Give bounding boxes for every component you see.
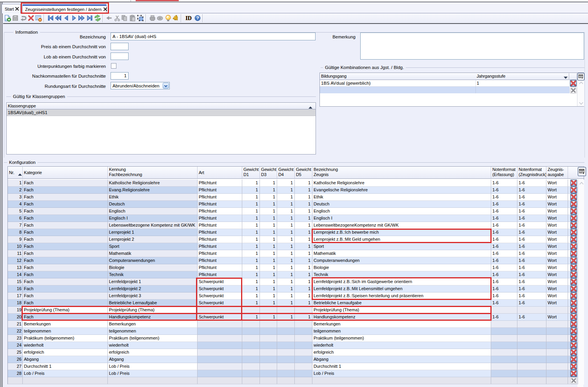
konfiguration-delete-row-button[interactable] xyxy=(570,243,577,250)
konfiguration-sort-icon[interactable] xyxy=(18,172,22,175)
konfiguration-col-10[interactable]: Notenformat(Zeugnisdruck) xyxy=(517,167,546,178)
konfiguration-delete-row-button[interactable] xyxy=(570,229,577,236)
notify-bell-button[interactable] xyxy=(172,15,179,22)
konfiguration-delete-row-button[interactable] xyxy=(570,285,577,292)
konfiguration-delete-row-button[interactable] xyxy=(570,257,577,264)
konfiguration-delete-row-button[interactable] xyxy=(570,271,577,278)
table-row-selected[interactable]: 1BSAV(dual)_oHS1 xyxy=(7,109,316,116)
table-row[interactable]: 3FachEthikPflichtunt1111Ethik1-61-6Wort xyxy=(8,194,578,201)
konfiguration-delete-row-button[interactable] xyxy=(570,321,577,327)
konfiguration-delete-row-button[interactable] xyxy=(570,215,577,222)
table-row[interactable]: 1FachKatholische ReligionslehrePflichtun… xyxy=(8,180,578,187)
table-row[interactable]: 18FachBetriebliche LernaufgabeSchwerpunk… xyxy=(8,300,578,307)
konfiguration-col-8[interactable]: BezeichnungZeugnis xyxy=(312,167,491,178)
table-row[interactable]: 4FachDeutschPflichtunt1111Deutsch1-61-6W… xyxy=(8,201,578,208)
select-region-button[interactable] xyxy=(137,15,144,22)
konfiguration-col-5[interactable]: GewichtD3 xyxy=(260,167,277,178)
table-row[interactable]: 28Lob / PreisLob / PreisLob / Preis xyxy=(8,370,578,377)
back-arrow-button[interactable] xyxy=(105,15,113,22)
tab-active-close-icon[interactable] xyxy=(103,7,107,11)
table-row[interactable]: 17FachLernfeldprojekt 3Schwerpunkt1111Le… xyxy=(8,293,578,300)
bemerkung-textarea[interactable] xyxy=(360,33,584,60)
konfiguration-col-11[interactable]: Zeugnis-ausgabe xyxy=(546,167,568,178)
form-remove-button[interactable] xyxy=(35,15,42,22)
table-row[interactable]: 15FachLernfeldprojekt 1Schwerpunkt1111Le… xyxy=(8,278,578,285)
konfiguration-delete-row-button[interactable] xyxy=(570,314,577,320)
konfiguration-delete-row-button[interactable] xyxy=(570,187,577,193)
konfiguration-delete-row-button[interactable] xyxy=(570,201,577,207)
konfiguration-delete-row-button[interactable] xyxy=(570,293,577,299)
konfiguration-delete-row-button[interactable] xyxy=(570,222,577,229)
refresh-button[interactable] xyxy=(94,15,101,22)
cut-button[interactable] xyxy=(114,15,121,22)
delete-record-button[interactable] xyxy=(27,15,34,22)
konfiguration-scrollbar[interactable] xyxy=(578,180,584,385)
table-row[interactable]: 10FachSportPflichtunt1111Sport1-61-6Wort xyxy=(8,243,578,250)
kombinationen-delete-row-button[interactable] xyxy=(570,80,577,87)
table-row[interactable]: 21BemerkungenBemerkungenBemerkungen xyxy=(8,321,578,328)
table-row[interactable]: 13FachBiologiePflichtunt1111Biologie1-61… xyxy=(8,264,578,271)
table-row[interactable]: 24wiederholtwiederholtwiederholt xyxy=(8,342,578,349)
rundungsart-select[interactable]: Abrunden/Abschneiden xyxy=(111,82,170,89)
table-row[interactable]: 26AbgangAbgangAbgang xyxy=(8,356,578,363)
konfiguration-delete-row-button[interactable] xyxy=(570,250,577,257)
konfiguration-col-1[interactable]: Kategorie xyxy=(23,167,108,178)
konfiguration-delete-row-button[interactable] xyxy=(570,342,577,349)
kombinationen-scrollbar[interactable] xyxy=(577,80,584,106)
konfiguration-col-4[interactable]: GewichtD1 xyxy=(242,167,260,178)
table-row[interactable]: 23Praktikum (teilgenommen)Praktikum (tei… xyxy=(8,335,578,342)
help-button[interactable]: ? xyxy=(194,15,201,22)
konfiguration-col-3[interactable]: Art xyxy=(198,167,242,178)
table-row[interactable]: 11FachMathematikPflichtunt1111Mathematik… xyxy=(8,250,578,257)
kombinationen-filter-icon[interactable] xyxy=(564,75,568,78)
bezeichnung-input[interactable]: A - 1BSAV (dual) oHS xyxy=(111,33,316,40)
konfiguration-delete-row-button[interactable] xyxy=(570,180,577,186)
nav-last-button[interactable] xyxy=(86,15,93,22)
table-row[interactable]: 6FachEnglisch IPflichtunt1111Englisch I1… xyxy=(8,215,578,222)
tab-start[interactable]: Start xyxy=(2,4,21,13)
table-row-empty[interactable] xyxy=(8,377,578,384)
save-button[interactable] xyxy=(12,15,19,22)
table-row[interactable]: 2FachEvang.ReligionslehrePflichtunt1111E… xyxy=(8,187,578,194)
konfiguration-delete-row-button[interactable] xyxy=(570,236,577,243)
nav-next-fast-button[interactable] xyxy=(78,15,85,22)
konfiguration-col-9[interactable]: Notenformat(Erfassung) xyxy=(491,167,517,178)
copy-button[interactable] xyxy=(121,15,128,22)
table-row[interactable]: 1BS AVdual (gewerblich)1 xyxy=(320,80,570,87)
paste-button[interactable] xyxy=(129,15,136,22)
table-row[interactable]: 25erfolgreicherfolgreicherfolgreich xyxy=(8,349,578,356)
konfiguration-col-7[interactable]: GewichtD5 xyxy=(295,167,312,178)
konfiguration-delete-row-button[interactable] xyxy=(570,278,577,285)
tab-start-close-icon[interactable] xyxy=(15,7,19,11)
table-row-selected[interactable] xyxy=(320,87,570,93)
table-row[interactable]: 9FachLernprojekt 2Pflichtunt1111Lernproj… xyxy=(8,236,578,243)
nav-prev-fast-button[interactable] xyxy=(54,15,62,22)
undo-button[interactable] xyxy=(20,15,27,22)
rundungsart-dropdown-button[interactable] xyxy=(163,83,169,89)
export-disc-button[interactable] xyxy=(156,15,163,22)
konfiguration-delete-row-button[interactable] xyxy=(570,335,577,342)
preis-input[interactable] xyxy=(111,43,129,50)
klassengruppen-sort-icon[interactable] xyxy=(309,105,312,108)
table-row[interactable]: 14FachTechnikPflichtunt1111Technik1-61-6… xyxy=(8,271,578,278)
table-row[interactable]: 16FachLernfeldprojekt 2Schwerpunkt1111Le… xyxy=(8,285,578,293)
nachkommastellen-input[interactable]: 1 xyxy=(111,72,129,80)
lob-input[interactable] xyxy=(111,53,129,60)
hint-bulb-button[interactable] xyxy=(165,15,172,22)
table-row[interactable]: 22teilgenommenteilgenommenteilgenommen xyxy=(8,328,578,335)
tab-zeugniseinstellungen[interactable]: Zeugniseinstellungen festlegen / ändern xyxy=(22,4,107,13)
kombinationen-col-jahrgangsstufe[interactable]: Jahrgangsstufe xyxy=(475,73,569,80)
table-row[interactable]: 20FachHandlungskompetenzSchwerpunkt1111H… xyxy=(8,314,578,321)
print-button[interactable] xyxy=(149,15,156,22)
konfiguration-delete-row-button[interactable] xyxy=(570,264,577,271)
new-record-button[interactable] xyxy=(4,15,11,22)
konfiguration-delete-row-button[interactable] xyxy=(570,349,577,356)
konfiguration-delete-row-button[interactable] xyxy=(570,307,577,313)
id-badge-button[interactable]: ID xyxy=(185,15,192,22)
table-row[interactable]: 27Durchschnitt 1Lob / PreisDurchschnitt … xyxy=(8,363,578,370)
nav-next-button[interactable] xyxy=(71,15,78,22)
konfiguration-col-6[interactable]: GewichtD4 xyxy=(277,167,295,178)
table-row[interactable]: 19Projektprüfung (Thema)Projektprüfung (… xyxy=(8,307,578,314)
konfiguration-delete-row-button[interactable] xyxy=(570,370,577,377)
table-row[interactable]: 5FachEnglischPflichtunt1111Englisch1-61-… xyxy=(8,208,578,215)
